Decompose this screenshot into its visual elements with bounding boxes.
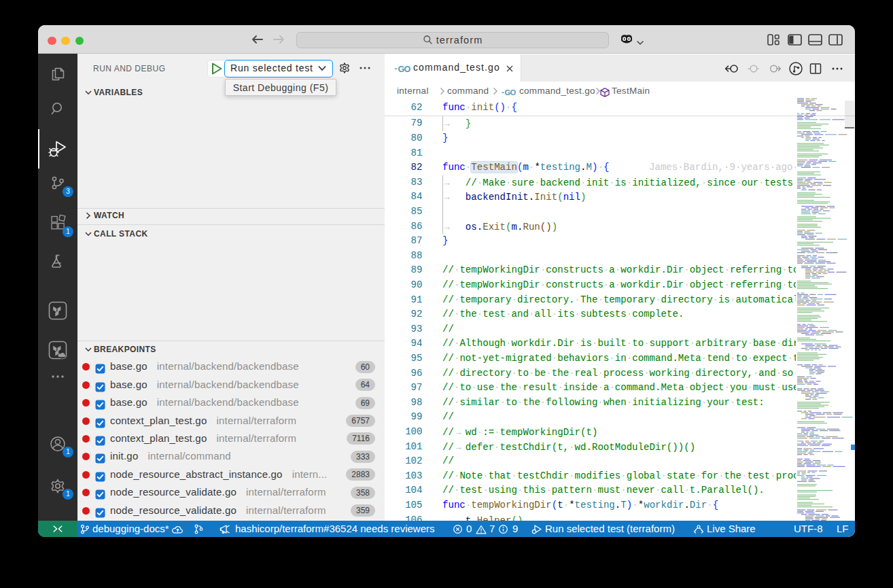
- svg-text:GO: GO: [398, 65, 411, 74]
- svg-text:GO: GO: [505, 88, 516, 97]
